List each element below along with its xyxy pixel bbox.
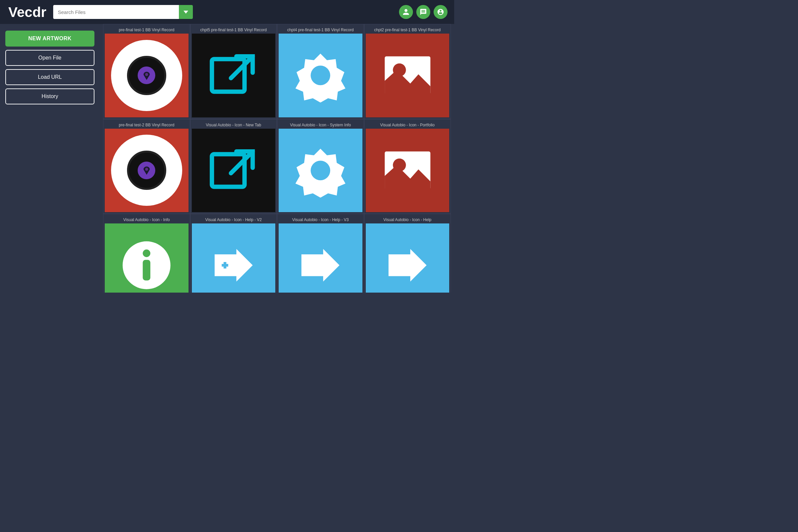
main-layout: NEW ARTWORK Open File Load URL History p… bbox=[0, 24, 454, 292]
list-item[interactable]: Visual Autobio - Icon - Help - V3 bbox=[277, 214, 364, 292]
item-title: Visual Autobio - Icon - System Info bbox=[279, 121, 362, 129]
svg-point-1 bbox=[145, 73, 148, 76]
logo: Vecdr bbox=[7, 3, 46, 21]
list-item[interactable]: Visual Autobio - Icon - Portfolio bbox=[364, 119, 451, 214]
item-title: Visual Autobio - Icon - Info bbox=[105, 215, 189, 224]
header: Vecdr bbox=[0, 0, 454, 24]
history-button[interactable]: History bbox=[5, 89, 94, 104]
item-thumbnail bbox=[192, 129, 276, 212]
messages-button[interactable] bbox=[416, 5, 430, 19]
item-thumbnail bbox=[105, 224, 189, 292]
svg-marker-20 bbox=[388, 249, 426, 282]
header-icons bbox=[399, 5, 448, 19]
search-input[interactable] bbox=[53, 5, 179, 19]
item-title: Visual Autobio - Icon - Help - V3 bbox=[279, 215, 362, 224]
item-title: Visual Autobio - Icon - Portfolio bbox=[366, 121, 450, 129]
list-item[interactable]: Visual Autobio - Icon - Help - V2 bbox=[190, 214, 277, 292]
list-item[interactable]: pre-final test-2 BB Vinyl Record bbox=[103, 119, 190, 214]
item-thumbnail bbox=[279, 34, 362, 117]
item-title: chpt2 pre-final test-1 BB Vinyl Record bbox=[366, 25, 450, 34]
item-thumbnail bbox=[192, 34, 276, 117]
list-item[interactable]: Visual Autobio - Icon - Info bbox=[103, 214, 190, 292]
svg-marker-19 bbox=[302, 249, 340, 282]
user-profile-button[interactable] bbox=[399, 5, 413, 19]
list-item[interactable]: Visual Autobio - Icon - System Info bbox=[277, 119, 364, 214]
list-item[interactable]: Visual Autobio - Icon - Help bbox=[364, 214, 451, 292]
svg-point-4 bbox=[310, 65, 330, 85]
item-title: Visual Autobio - Icon - New Tab bbox=[192, 121, 276, 129]
item-title: chpt4 pre-final test-1 BB Vinyl Record bbox=[279, 25, 362, 34]
item-thumbnail bbox=[105, 34, 189, 117]
list-item[interactable]: chpt5 pre-final test-1 BB Vinyl Record bbox=[190, 24, 277, 119]
settings-icon bbox=[437, 8, 444, 16]
svg-point-16 bbox=[142, 249, 150, 257]
item-thumbnail bbox=[279, 224, 362, 292]
sidebar: NEW ARTWORK Open File Load URL History bbox=[0, 24, 100, 292]
content-area: pre-final test-1 BB Vinyl Record bbox=[100, 24, 454, 292]
load-url-button[interactable]: Load URL bbox=[5, 69, 94, 85]
item-thumbnail bbox=[366, 34, 450, 117]
list-item[interactable]: chpt2 pre-final test-1 BB Vinyl Record bbox=[364, 24, 451, 119]
item-thumbnail bbox=[366, 129, 450, 212]
item-title: pre-final test-2 BB Vinyl Record bbox=[105, 121, 189, 129]
item-title: pre-final test-1 BB Vinyl Record bbox=[105, 25, 189, 34]
message-icon bbox=[420, 8, 427, 16]
svg-marker-18 bbox=[214, 249, 252, 282]
search-bar bbox=[53, 5, 193, 19]
files-grid: pre-final test-1 BB Vinyl Record bbox=[103, 24, 451, 292]
item-thumbnail bbox=[192, 224, 276, 292]
list-item[interactable]: Visual Autobio - Icon - New Tab bbox=[190, 119, 277, 214]
item-title: Visual Autobio - Icon - Help bbox=[366, 215, 450, 224]
open-file-button[interactable]: Open File bbox=[5, 50, 94, 66]
item-thumbnail bbox=[279, 129, 362, 212]
svg-rect-17 bbox=[142, 260, 150, 280]
svg-point-11 bbox=[310, 160, 330, 180]
item-thumbnail bbox=[105, 129, 189, 212]
svg-rect-2 bbox=[212, 59, 244, 92]
svg-rect-9 bbox=[212, 154, 244, 187]
new-artwork-button[interactable]: NEW ARTWORK bbox=[5, 31, 94, 46]
list-item[interactable]: chpt4 pre-final test-1 BB Vinyl Record bbox=[277, 24, 364, 119]
svg-text:Vecdr: Vecdr bbox=[8, 4, 46, 20]
list-item[interactable]: pre-final test-1 BB Vinyl Record bbox=[103, 24, 190, 119]
item-title: chpt5 pre-final test-1 BB Vinyl Record bbox=[192, 25, 276, 34]
settings-button[interactable] bbox=[434, 5, 448, 19]
search-dropdown-button[interactable] bbox=[179, 5, 193, 19]
svg-point-8 bbox=[145, 168, 148, 171]
user-icon bbox=[402, 8, 410, 16]
item-thumbnail bbox=[366, 224, 450, 292]
item-title: Visual Autobio - Icon - Help - V2 bbox=[192, 215, 276, 224]
